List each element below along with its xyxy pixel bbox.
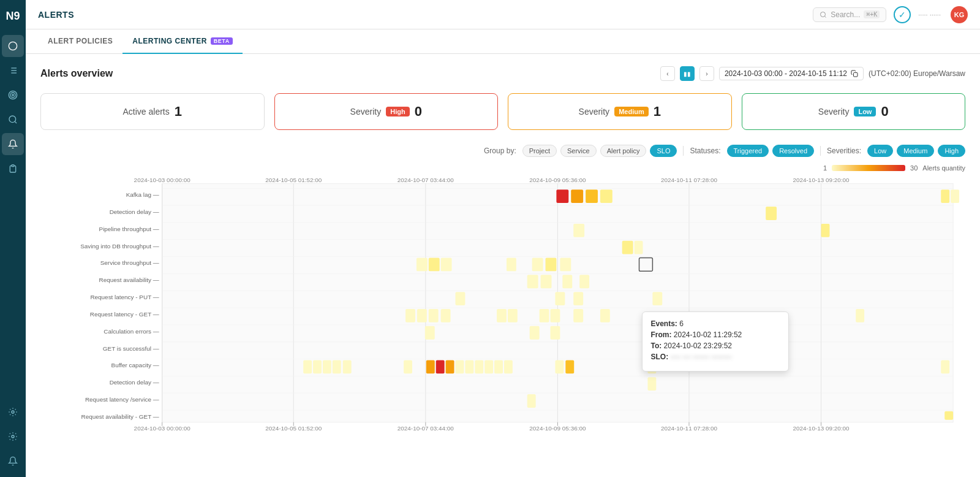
svg-text:Kafka lag —: Kafka lag — — [126, 191, 159, 198]
high-value: 0 — [415, 104, 422, 120]
legend-gradient — [832, 165, 905, 171]
svg-rect-123 — [944, 411, 953, 420]
group-by-project[interactable]: Project — [522, 145, 557, 157]
heatmap-chart[interactable]: 2024-10-03 00:00:00 2024-10-05 01:52:00 … — [40, 177, 965, 434]
check-icon[interactable]: ✓ — [894, 6, 911, 23]
sidebar-item-cog[interactable] — [2, 425, 24, 448]
svg-text:2024-10-05 01:52:00: 2024-10-05 01:52:00 — [265, 177, 322, 183]
page-title: ALERTS — [38, 10, 74, 20]
app-logo: N9 — [6, 5, 20, 25]
stat-card-low[interactable]: Severity Low 0 — [742, 93, 966, 130]
sidebar-item-settings[interactable] — [2, 401, 24, 423]
svg-rect-82 — [579, 275, 589, 288]
svg-rect-88 — [417, 309, 427, 322]
svg-rect-114 — [484, 360, 493, 373]
svg-rect-89 — [429, 309, 439, 322]
legend-quantity-label: Alerts quantity — [922, 164, 965, 172]
svg-point-15 — [821, 12, 826, 17]
svg-text:2024-10-09 05:36:00: 2024-10-09 05:36:00 — [529, 177, 586, 183]
svg-text:Calculation errors —: Calculation errors — — [104, 328, 159, 335]
sidebar-item-bell[interactable] — [2, 133, 24, 155]
svg-point-0 — [9, 42, 17, 50]
svg-rect-74 — [507, 258, 516, 272]
svg-rect-99 — [530, 326, 540, 340]
svg-text:2024-10-03 00:00:00: 2024-10-03 00:00:00 — [134, 177, 191, 183]
main-area: ALERTS Search... ⌘+K ✓ ····· ······ KG A… — [26, 0, 980, 477]
svg-rect-109 — [436, 360, 445, 373]
group-by-service[interactable]: Service — [560, 145, 597, 157]
svg-rect-95 — [573, 309, 583, 322]
sidebar-item-list[interactable] — [2, 59, 24, 82]
low-value: 0 — [881, 104, 888, 120]
svg-rect-84 — [555, 292, 565, 305]
stat-card-medium[interactable]: Severity Medium 1 — [508, 93, 732, 130]
date-range[interactable]: 2024-10-03 00:00 - 2024-10-15 11:12 — [719, 67, 864, 80]
separator1 — [683, 146, 684, 156]
svg-rect-61 — [571, 189, 583, 203]
svg-text:Buffer capacity —: Buffer capacity — — [111, 362, 159, 368]
svg-rect-121 — [647, 377, 656, 391]
date-range-text: 2024-10-03 00:00 - 2024-10-15 11:12 — [725, 69, 847, 78]
sidebar-item-bell2[interactable] — [2, 450, 24, 472]
sidebar-item-home[interactable] — [2, 35, 24, 57]
svg-rect-68 — [821, 224, 830, 237]
group-by-slo[interactable]: SLO — [650, 145, 677, 157]
active-value: 1 — [175, 104, 182, 120]
search-bar[interactable]: Search... ⌘+K — [813, 7, 886, 22]
svg-rect-101 — [687, 343, 695, 357]
low-badge: Low — [854, 107, 876, 116]
svg-rect-112 — [465, 360, 473, 373]
svg-rect-110 — [446, 360, 454, 373]
status-triggered[interactable]: Triggered — [727, 145, 769, 157]
svg-text:Detection delay —: Detection delay — — [110, 379, 159, 386]
overview-title: Alerts overview — [40, 68, 113, 79]
stat-cards: Active alerts 1 Severity High 0 Severity… — [40, 93, 965, 130]
nav-pause-btn[interactable]: ▮▮ — [680, 66, 695, 81]
svg-rect-100 — [550, 326, 560, 340]
group-by-alert-policy[interactable]: Alert policy — [600, 145, 647, 157]
svg-rect-118 — [565, 360, 574, 373]
svg-rect-80 — [541, 275, 552, 288]
svg-rect-94 — [550, 309, 560, 322]
tab-alert-policies[interactable]: ALERT POLICIES — [38, 29, 123, 54]
svg-rect-64 — [941, 189, 949, 203]
svg-line-11 — [15, 121, 17, 123]
severity-high[interactable]: High — [938, 145, 965, 157]
svg-rect-76 — [546, 258, 557, 272]
avatar[interactable]: KG — [951, 6, 968, 23]
overview-controls: ‹ ▮▮ › 2024-10-03 00:00 - 2024-10-15 11:… — [660, 66, 965, 81]
content-area: Alerts overview ‹ ▮▮ › 2024-10-03 00:00 … — [26, 54, 980, 477]
overview-header: Alerts overview ‹ ▮▮ › 2024-10-03 00:00 … — [40, 66, 965, 81]
svg-rect-116 — [504, 360, 513, 373]
svg-text:Pipeline throughput —: Pipeline throughput — — [99, 226, 159, 232]
nav-next-btn[interactable]: › — [699, 66, 714, 81]
search-placeholder: Search... — [831, 10, 860, 19]
sidebar-item-target[interactable] — [2, 84, 24, 106]
tab-alerting-center[interactable]: ALERTING CENTER Beta — [123, 29, 242, 54]
svg-rect-87 — [405, 309, 415, 322]
low-severity-label: Severity — [818, 107, 850, 116]
status-resolved[interactable]: Resolved — [772, 145, 814, 157]
svg-rect-73 — [441, 258, 452, 272]
search-icon — [820, 11, 827, 18]
sidebar-item-clipboard[interactable] — [2, 158, 24, 180]
svg-rect-72 — [429, 258, 440, 272]
svg-rect-86 — [652, 292, 662, 305]
svg-rect-97 — [856, 309, 864, 322]
svg-rect-77 — [560, 258, 571, 272]
nav-prev-btn[interactable]: ‹ — [660, 66, 675, 81]
svg-point-10 — [9, 116, 16, 123]
severity-low[interactable]: Low — [867, 145, 893, 157]
user-name: ····· ······ — [918, 11, 941, 18]
stat-card-high[interactable]: Severity High 0 — [274, 93, 499, 130]
stat-card-active[interactable]: Active alerts 1 — [40, 93, 265, 130]
svg-rect-111 — [456, 360, 464, 373]
severity-medium[interactable]: Medium — [897, 145, 934, 157]
svg-text:Request latency /service —: Request latency /service — — [85, 396, 159, 403]
sidebar-item-search[interactable] — [2, 109, 24, 131]
separator2 — [820, 146, 821, 156]
sidebar: N9 — [0, 0, 26, 477]
svg-rect-69 — [622, 241, 633, 254]
svg-text:Request latency - GET —: Request latency - GET — — [90, 311, 159, 318]
topnav-icons: ✓ ····· ······ KG — [894, 6, 968, 23]
